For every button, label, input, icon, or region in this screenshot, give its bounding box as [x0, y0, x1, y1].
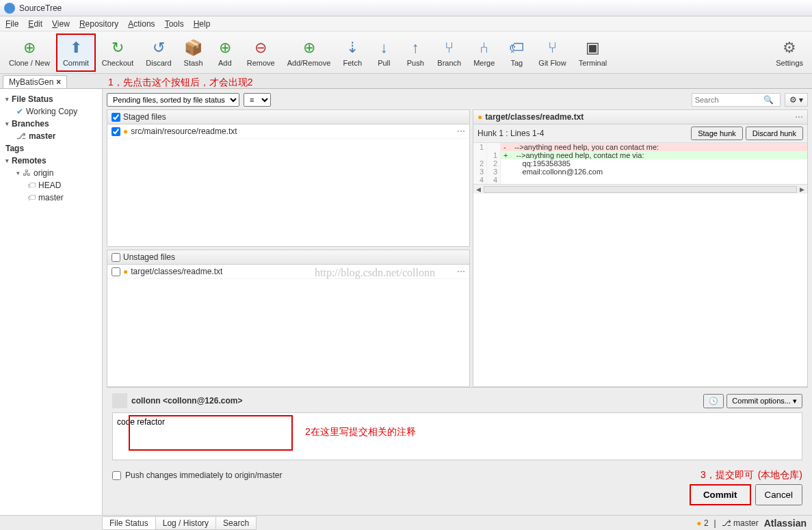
menu-help[interactable]: Help: [194, 19, 211, 29]
menu-tools[interactable]: Tools: [165, 19, 184, 29]
discard-hunk-button[interactable]: Discard hunk: [746, 127, 803, 140]
view-mode-select[interactable]: ≡: [244, 93, 271, 107]
menu-edit[interactable]: Edit: [28, 19, 42, 29]
more-icon[interactable]: ⋯: [457, 127, 465, 136]
terminal-icon: ▣: [586, 38, 600, 57]
sidebar-remote-head[interactable]: 🏷HEAD: [0, 179, 102, 191]
merge-icon: ⑃: [480, 38, 488, 57]
gitflow-icon: ⑂: [548, 38, 557, 57]
repo-tab[interactable]: MyBatisGen ×: [3, 75, 67, 88]
fetch-icon: ⇣: [346, 38, 358, 57]
sidebar-file-status[interactable]: ▾File Status: [0, 93, 102, 105]
hscrollbar[interactable]: ◀▶: [473, 184, 807, 194]
annotation-2: 2在这里写提交相关的注释: [305, 426, 416, 438]
status-branch: ⎇ master: [722, 518, 759, 528]
hunk-header: Hunk 1 : Lines 1-4 Stage hunk Discard hu…: [473, 124, 807, 143]
commit-submit-button[interactable]: Commit: [690, 484, 751, 505]
app-icon: [4, 3, 15, 14]
commit-icon: ⬆: [70, 38, 82, 57]
annotation-3: 3，提交即可: [700, 469, 754, 481]
main-area: ▾File Status ✔Working Copy ▾Branches ⎇ma…: [0, 89, 812, 515]
terminal-button[interactable]: ▣Terminal: [573, 34, 614, 72]
unstaged-checkbox[interactable]: [112, 253, 120, 262]
staged-file-row[interactable]: ● src/main/resource/readme.txt ⋯: [107, 124, 469, 139]
branch-button[interactable]: ⑂Branch: [431, 34, 467, 72]
author-row: collonn <collonn@126.com> 🕓 Commit optio…: [112, 393, 802, 408]
sidebar-tags[interactable]: Tags: [0, 142, 102, 155]
more-icon[interactable]: ⋯: [795, 112, 803, 122]
menu-view[interactable]: View: [52, 19, 70, 29]
add-icon: ⊕: [219, 38, 231, 57]
modified-icon: ●: [123, 127, 128, 136]
statusbar: ● 2 | ⎇ master Atlassian: [696, 518, 812, 529]
discard-button[interactable]: ↺Discard: [140, 34, 177, 72]
sidebar-remote-origin[interactable]: ▾🖧origin: [0, 167, 102, 179]
commit-area: collonn <collonn@126.com> 🕓 Commit optio…: [107, 387, 808, 511]
annotation-3b: (本地仓库): [758, 469, 802, 481]
stash-icon: 📦: [184, 38, 202, 57]
modified-icon: ●: [123, 267, 128, 276]
push-checkbox[interactable]: [112, 471, 121, 480]
sidebar-branches[interactable]: ▾Branches: [0, 118, 102, 130]
window-title: SourceTree: [19, 3, 62, 13]
menu-actions[interactable]: Actions: [128, 19, 155, 29]
file-checkbox[interactable]: [112, 267, 120, 276]
sidebar-branch-master[interactable]: ⎇master: [0, 130, 102, 142]
tag-icon: 🏷: [509, 38, 524, 57]
unstaged-file-row[interactable]: ● target/classes/readme.txt ⋯: [107, 265, 469, 279]
checkout-icon: ↻: [112, 38, 124, 57]
checkout-button[interactable]: ↻Checkout: [96, 34, 140, 72]
tab-log-history[interactable]: Log / History: [155, 516, 216, 530]
cancel-button[interactable]: Cancel: [755, 484, 803, 505]
tag-button[interactable]: 🏷Tag: [501, 34, 532, 72]
bottom-tabs: File Status Log / History Search ● 2 | ⎇…: [0, 515, 812, 530]
sidebar-remotes[interactable]: ▾Remotes: [0, 155, 102, 167]
sidebar-remote-master[interactable]: 🏷master: [0, 191, 102, 204]
staged-checkbox[interactable]: [112, 113, 120, 122]
content: Pending files, sorted by file status ≡ 🔍…: [103, 89, 812, 515]
search-input[interactable]: [695, 96, 763, 104]
remote-icon: 🖧: [23, 168, 31, 178]
more-icon[interactable]: ⋯: [457, 267, 465, 276]
fetch-button[interactable]: ⇣Fetch: [337, 34, 368, 72]
commit-button[interactable]: ⬆Commit: [56, 34, 96, 72]
search-box[interactable]: 🔍: [692, 93, 781, 107]
pull-button[interactable]: ↓Pull: [368, 34, 400, 72]
unstaged-panel: Unstaged files ● target/classes/readme.t…: [107, 250, 470, 387]
search-icon: 🔍: [763, 95, 774, 105]
settings-button[interactable]: ⚙Settings: [770, 34, 809, 72]
gitflow-button[interactable]: ⑂Git Flow: [532, 34, 572, 72]
clone-button[interactable]: ⊕Clone / New: [3, 34, 56, 72]
file-checkbox[interactable]: [112, 127, 120, 136]
stage-hunk-button[interactable]: Stage hunk: [691, 127, 743, 140]
push-button[interactable]: ↑Push: [400, 34, 431, 72]
diff-body: 1- -->anything need help, you can contac…: [473, 143, 807, 184]
commit-message-input[interactable]: [112, 412, 802, 460]
close-icon[interactable]: ×: [56, 77, 61, 87]
left-panels: Staged files ● src/main/resource/readme.…: [107, 109, 470, 387]
file-filter-select[interactable]: Pending files, sorted by file status: [107, 93, 239, 107]
gear-dropdown[interactable]: ⚙ ▾: [785, 93, 808, 107]
discard-icon: ↺: [153, 38, 165, 57]
commit-author: collonn <collonn@126.com>: [131, 396, 242, 406]
diff-header: ● target/classes/readme.txt ⋯: [473, 110, 807, 124]
commit-options-button[interactable]: Commit options... ▾: [726, 394, 802, 408]
branch-icon: ⎇: [16, 131, 26, 141]
stash-button[interactable]: 📦Stash: [178, 34, 209, 72]
remove-button[interactable]: ⊖Remove: [241, 34, 281, 72]
modified-icon: ●: [477, 112, 482, 122]
history-button[interactable]: 🕓: [703, 394, 724, 408]
addremove-button[interactable]: ⊕Add/Remove: [281, 34, 337, 72]
add-button[interactable]: ⊕Add: [209, 34, 241, 72]
toolbar: ⊕Clone / New ⬆Commit ↻Checkout ↺Discard …: [0, 31, 812, 74]
tab-search[interactable]: Search: [215, 516, 257, 530]
sidebar-working-copy[interactable]: ✔Working Copy: [0, 105, 102, 118]
tag-icon: 🏷: [27, 181, 36, 190]
merge-button[interactable]: ⑃Merge: [467, 34, 501, 72]
menu-file[interactable]: File: [5, 19, 18, 29]
check-icon: ✔: [16, 107, 23, 116]
addremove-icon: ⊕: [303, 38, 315, 57]
menu-repository[interactable]: Repository: [79, 19, 118, 29]
filter-row: Pending files, sorted by file status ≡ 🔍…: [107, 93, 808, 107]
tab-file-status[interactable]: File Status: [102, 516, 156, 530]
